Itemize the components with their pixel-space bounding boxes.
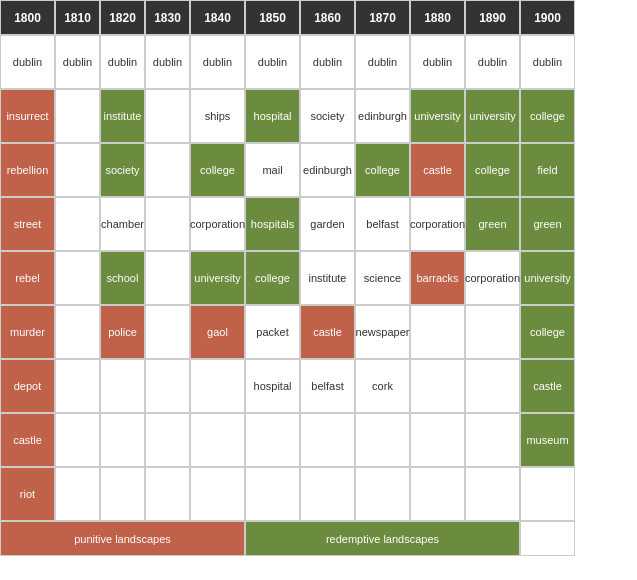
cell-r4-c6: institute — [300, 251, 355, 305]
cell-r1-c3 — [145, 89, 190, 143]
cell-r3-c0: street — [0, 197, 55, 251]
cell-r0-c6: dublin — [300, 35, 355, 89]
cell-r8-c2 — [100, 467, 145, 521]
cell-r6-c6: belfast — [300, 359, 355, 413]
cell-r0-c7: dublin — [355, 35, 410, 89]
header-1880: 1880 — [410, 0, 465, 35]
cell-r1-c0: insurrect — [0, 89, 55, 143]
cell-r7-c6 — [300, 413, 355, 467]
cell-r2-c6: edinburgh — [300, 143, 355, 197]
cell-r4-c0: rebel — [0, 251, 55, 305]
header-1840: 1840 — [190, 0, 245, 35]
cell-r3-c6: garden — [300, 197, 355, 251]
cell-r4-c9: corporation — [465, 251, 520, 305]
cell-r1-c8: university — [410, 89, 465, 143]
cell-r7-c2 — [100, 413, 145, 467]
cell-r3-c4: corporation — [190, 197, 245, 251]
cell-r4-c2: school — [100, 251, 145, 305]
cell-r7-c3 — [145, 413, 190, 467]
cell-r4-c8: barracks — [410, 251, 465, 305]
cell-r0-c1: dublin — [55, 35, 100, 89]
cell-r8-c6 — [300, 467, 355, 521]
footer-redemptive: redemptive landscapes — [245, 521, 520, 556]
cell-r5-c8 — [410, 305, 465, 359]
footer-empty — [520, 521, 575, 556]
header-1850: 1850 — [245, 0, 300, 35]
footer-punitive: punitive landscapes — [0, 521, 245, 556]
cell-r5-c2: police — [100, 305, 145, 359]
cell-r5-c0: murder — [0, 305, 55, 359]
cell-r7-c9 — [465, 413, 520, 467]
cell-r6-c0: depot — [0, 359, 55, 413]
cell-r6-c1 — [55, 359, 100, 413]
header-1820: 1820 — [100, 0, 145, 35]
cell-r5-c3 — [145, 305, 190, 359]
cell-r2-c2: society — [100, 143, 145, 197]
header-1860: 1860 — [300, 0, 355, 35]
cell-r8-c7 — [355, 467, 410, 521]
cell-r1-c7: edinburgh — [355, 89, 410, 143]
cell-r8-c3 — [145, 467, 190, 521]
cell-r6-c8 — [410, 359, 465, 413]
cell-r8-c5 — [245, 467, 300, 521]
cell-r2-c1 — [55, 143, 100, 197]
cell-r6-c3 — [145, 359, 190, 413]
header-1830: 1830 — [145, 0, 190, 35]
cell-r8-c1 — [55, 467, 100, 521]
cell-r7-c0: castle — [0, 413, 55, 467]
header-1890: 1890 — [465, 0, 520, 35]
cell-r0-c3: dublin — [145, 35, 190, 89]
cell-r4-c10: university — [520, 251, 575, 305]
cell-r8-c9 — [465, 467, 520, 521]
cell-r0-c10: dublin — [520, 35, 575, 89]
main-grid: 1800 1810 1820 1830 1840 1850 1860 1870 … — [0, 0, 637, 556]
header-1870: 1870 — [355, 0, 410, 35]
cell-r2-c5: mail — [245, 143, 300, 197]
cell-r1-c2: institute — [100, 89, 145, 143]
header-1810: 1810 — [55, 0, 100, 35]
cell-r4-c5: college — [245, 251, 300, 305]
cell-r4-c1 — [55, 251, 100, 305]
cell-r3-c10: green — [520, 197, 575, 251]
cell-r2-c3 — [145, 143, 190, 197]
cell-r0-c9: dublin — [465, 35, 520, 89]
cell-r2-c9: college — [465, 143, 520, 197]
cell-r5-c5: packet — [245, 305, 300, 359]
cell-r3-c5: hospitals — [245, 197, 300, 251]
cell-r7-c4 — [190, 413, 245, 467]
cell-r2-c0: rebellion — [0, 143, 55, 197]
cell-r7-c8 — [410, 413, 465, 467]
cell-r5-c4: gaol — [190, 305, 245, 359]
cell-r8-c4 — [190, 467, 245, 521]
cell-r0-c2: dublin — [100, 35, 145, 89]
header-1800: 1800 — [0, 0, 55, 35]
cell-r8-c8 — [410, 467, 465, 521]
cell-r4-c4: university — [190, 251, 245, 305]
cell-r3-c7: belfast — [355, 197, 410, 251]
cell-r5-c6: castle — [300, 305, 355, 359]
cell-r5-c10: college — [520, 305, 575, 359]
cell-r7-c10: museum — [520, 413, 575, 467]
cell-r3-c1 — [55, 197, 100, 251]
cell-r0-c4: dublin — [190, 35, 245, 89]
cell-r2-c4: college — [190, 143, 245, 197]
cell-r3-c3 — [145, 197, 190, 251]
cell-r1-c10: college — [520, 89, 575, 143]
cell-r1-c9: university — [465, 89, 520, 143]
cell-r3-c8: corporation — [410, 197, 465, 251]
cell-r6-c2 — [100, 359, 145, 413]
cell-r8-c10 — [520, 467, 575, 521]
cell-r3-c2: chamber — [100, 197, 145, 251]
cell-r0-c8: dublin — [410, 35, 465, 89]
cell-r6-c7: cork — [355, 359, 410, 413]
cell-r2-c8: castle — [410, 143, 465, 197]
cell-r6-c10: castle — [520, 359, 575, 413]
cell-r7-c5 — [245, 413, 300, 467]
cell-r5-c1 — [55, 305, 100, 359]
cell-r5-c7: newspaper — [355, 305, 410, 359]
cell-r1-c6: society — [300, 89, 355, 143]
cell-r2-c7: college — [355, 143, 410, 197]
cell-r1-c4: ships — [190, 89, 245, 143]
header-1900: 1900 — [520, 0, 575, 35]
cell-r4-c7: science — [355, 251, 410, 305]
